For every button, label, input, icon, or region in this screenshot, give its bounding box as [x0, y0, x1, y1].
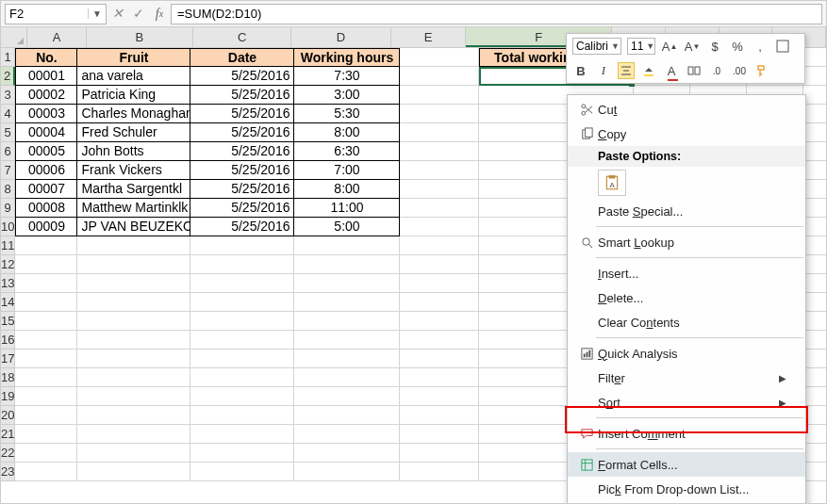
cell-J12[interactable]	[803, 255, 827, 274]
cell-J1[interactable]	[803, 48, 827, 67]
cell-E23[interactable]	[400, 463, 479, 481]
cell-J11[interactable]	[803, 236, 827, 255]
cell-E18[interactable]	[400, 368, 479, 387]
cell-C17[interactable]	[190, 350, 294, 368]
cell-C9[interactable]: 5/25/2016	[190, 199, 294, 218]
col-head-D[interactable]: D	[291, 27, 391, 47]
col-head-A[interactable]: A	[27, 27, 86, 47]
cell-E5[interactable]	[400, 123, 479, 142]
cell-J2[interactable]	[803, 67, 827, 86]
cell-D3[interactable]: 3:00	[294, 86, 400, 105]
ctx-clear-contents[interactable]: Clear Contents	[568, 310, 805, 334]
cell-A12[interactable]	[15, 255, 77, 274]
cell-A10[interactable]: 00009	[15, 218, 77, 236]
cell-J21[interactable]	[803, 425, 827, 444]
cell-D14[interactable]	[294, 293, 400, 312]
col-head-C[interactable]: C	[193, 27, 291, 47]
cell-D18[interactable]	[294, 368, 400, 387]
bold-icon[interactable]: B	[572, 62, 589, 79]
cell-A15[interactable]	[15, 312, 77, 331]
cell-J7[interactable]	[803, 161, 827, 180]
cell-D22[interactable]	[294, 444, 400, 463]
cell-J19[interactable]	[803, 387, 827, 406]
cell-D19[interactable]	[294, 387, 400, 406]
cell-D21[interactable]	[294, 425, 400, 444]
cell-B16[interactable]	[77, 331, 190, 350]
ctx-smart-lookup[interactable]: Smart Lookup	[568, 230, 805, 254]
cell-E20[interactable]	[400, 406, 479, 425]
cell-J23[interactable]	[803, 463, 827, 481]
cell-J9[interactable]	[803, 199, 827, 218]
cell-J13[interactable]	[803, 274, 827, 293]
col-head-E[interactable]: E	[391, 27, 466, 47]
cell-E6[interactable]	[400, 142, 479, 161]
cell-A21[interactable]	[15, 425, 77, 444]
row-head-22[interactable]: 22	[1, 444, 15, 463]
cell-A2[interactable]: 00001	[15, 67, 77, 86]
ctx-sort[interactable]: Sort ▶	[568, 390, 805, 415]
cell-J8[interactable]	[803, 180, 827, 199]
cell-C4[interactable]: 5/25/2016	[190, 105, 294, 123]
cell-D6[interactable]: 6:30	[294, 142, 400, 161]
ctx-quick-analysis[interactable]: Quick Analysis	[568, 341, 805, 366]
row-head-14[interactable]: 14	[1, 293, 15, 312]
col-head-B[interactable]: B	[87, 27, 193, 47]
row-head-23[interactable]: 23	[1, 463, 15, 481]
cell-D13[interactable]	[294, 274, 400, 293]
cell-E19[interactable]	[400, 387, 479, 406]
cell-D8[interactable]: 8:00	[294, 180, 400, 199]
cell-E15[interactable]	[400, 312, 479, 331]
row-head-4[interactable]: 4	[1, 105, 15, 123]
cell-E4[interactable]	[400, 105, 479, 123]
ctx-copy[interactable]: Copy	[568, 122, 805, 146]
cell-B14[interactable]	[77, 293, 190, 312]
cell-J17[interactable]	[803, 350, 827, 368]
ctx-insert-comment[interactable]: Insert Comment	[568, 421, 805, 446]
row-head-11[interactable]: 11	[1, 236, 15, 255]
cell-E1[interactable]	[400, 48, 479, 67]
cell-B8[interactable]: Martha Sargentkl	[77, 180, 190, 199]
merge-cells-icon[interactable]	[686, 62, 703, 79]
cell-J15[interactable]	[803, 312, 827, 331]
cell-D2[interactable]: 7:30	[294, 67, 400, 86]
cell-D4[interactable]: 5:30	[294, 105, 400, 123]
name-box[interactable]: F2 ▼	[5, 4, 107, 24]
cell-B21[interactable]	[77, 425, 190, 444]
italic-icon[interactable]: I	[595, 62, 612, 79]
font-color-icon[interactable]: A	[663, 62, 680, 79]
cell-C22[interactable]	[190, 444, 294, 463]
cell-B20[interactable]	[77, 406, 190, 425]
cell-D7[interactable]: 7:00	[294, 161, 400, 180]
cell-E14[interactable]	[400, 293, 479, 312]
row-head-7[interactable]: 7	[1, 161, 15, 180]
cell-C11[interactable]	[190, 236, 294, 255]
cell-C8[interactable]: 5/25/2016	[190, 180, 294, 199]
row-head-3[interactable]: 3	[1, 86, 15, 105]
cell-E8[interactable]	[400, 180, 479, 199]
cell-B13[interactable]	[77, 274, 190, 293]
cell-B22[interactable]	[77, 444, 190, 463]
cell-B10[interactable]: JP VAN BEUZEKOM	[77, 218, 190, 236]
row-head-13[interactable]: 13	[1, 274, 15, 293]
cell-C6[interactable]: 5/25/2016	[190, 142, 294, 161]
cell-A22[interactable]	[15, 444, 77, 463]
cell-E12[interactable]	[400, 255, 479, 274]
row-head-17[interactable]: 17	[1, 350, 15, 368]
cell-C18[interactable]	[190, 368, 294, 387]
accept-formula-icon[interactable]: ✓	[129, 4, 148, 24]
cell-B11[interactable]	[77, 236, 190, 255]
cell-J16[interactable]	[803, 331, 827, 350]
ctx-paste-special[interactable]: Paste Special...	[568, 199, 805, 223]
cell-B3[interactable]: Patricia King	[77, 86, 190, 105]
cell-A8[interactable]: 00007	[15, 180, 77, 199]
ctx-filter[interactable]: Filter ▶	[568, 366, 805, 390]
cell-D17[interactable]	[294, 350, 400, 368]
increase-font-icon[interactable]: A▲	[661, 38, 678, 55]
name-box-dropdown-icon[interactable]: ▼	[88, 8, 102, 19]
fill-color-icon[interactable]	[640, 62, 657, 79]
cell-B18[interactable]	[77, 368, 190, 387]
cell-D12[interactable]	[294, 255, 400, 274]
cell-A17[interactable]	[15, 350, 77, 368]
cell-B4[interactable]: Charles Monaghanrr	[77, 105, 190, 123]
cell-A19[interactable]	[15, 387, 77, 406]
